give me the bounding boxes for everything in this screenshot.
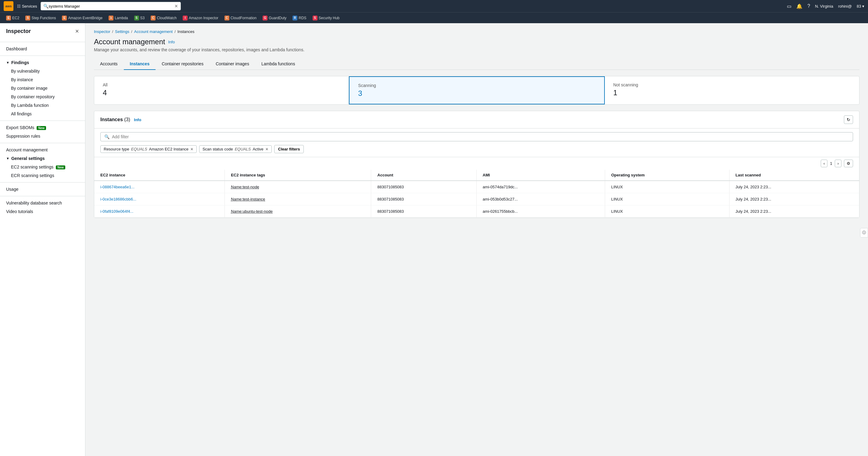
status-card-all-label: All (103, 82, 340, 87)
refresh-button[interactable]: ↻ (844, 115, 853, 124)
next-page-button[interactable]: › (835, 160, 841, 167)
filter-input[interactable] (112, 134, 849, 139)
shortcut-step-functions[interactable]: S Step Functions (23, 15, 58, 22)
account-number[interactable]: 83 ▾ (857, 4, 864, 8)
search-clear-icon[interactable]: ✕ (175, 4, 178, 8)
sidebar-item-usage[interactable]: Usage (0, 185, 85, 194)
cloudformation-icon: C (224, 16, 229, 21)
sidebar-item-video-tutorials[interactable]: Video tutorials (0, 207, 85, 216)
clear-filters-button[interactable]: Clear filters (274, 145, 304, 153)
status-cards: All 4 Scanning 3 Not scanning 1 (94, 76, 860, 105)
shortcut-inspector[interactable]: I Amazon Inspector (180, 15, 221, 22)
page-subtitle: Manage your accounts, and review the cov… (94, 47, 860, 52)
tab-accounts[interactable]: Accounts (94, 58, 124, 70)
status-card-all[interactable]: All 4 (94, 76, 349, 104)
search-input[interactable] (49, 4, 175, 8)
sidebar-item-by-container-image[interactable]: By container image (0, 84, 85, 92)
instance-link-2[interactable]: i-0ce3e18686cbb6... (100, 197, 136, 201)
sidebar-close-button[interactable]: ✕ (75, 28, 79, 34)
table-header-row: EC2 instance EC2 instance tags Account A… (94, 170, 859, 181)
sidebar-item-by-instance[interactable]: By instance (0, 76, 85, 84)
search-bar[interactable]: 🔍 ✕ (40, 2, 181, 10)
bell-icon[interactable]: 🔔 (796, 3, 802, 9)
status-card-not-scanning[interactable]: Not scanning 1 (605, 76, 859, 104)
breadcrumb-account-management[interactable]: Account management (134, 29, 173, 34)
terminal-icon[interactable]: ▭ (787, 3, 792, 9)
sidebar-item-dashboard[interactable]: Dashboard (0, 45, 85, 53)
instance-link-3[interactable]: i-0faf8109e064f4... (100, 209, 133, 213)
shortcut-eventbridge[interactable]: E Amazon EventBridge (60, 15, 105, 22)
sidebar-item-by-lambda-function[interactable]: By Lambda function (0, 101, 85, 110)
sidebar-item-suppression-rules[interactable]: Suppression rules (0, 132, 85, 140)
tab-container-repositories[interactable]: Container repositories (156, 58, 210, 70)
page-info-link[interactable]: Info (168, 40, 175, 44)
shortcut-cloudformation[interactable]: C CloudFormation (222, 15, 259, 22)
inspector-icon: I (183, 16, 188, 21)
eventbridge-icon: E (62, 16, 67, 21)
sidebar-item-all-findings[interactable]: All findings (0, 110, 85, 118)
shortcut-s3[interactable]: S S3 (132, 15, 147, 22)
step-functions-icon: S (25, 16, 30, 21)
services-menu[interactable]: ☷ EC2Services (17, 4, 37, 8)
filter-scan-status-close[interactable]: ✕ (265, 147, 269, 151)
table-title: Instances (3) Info (100, 117, 141, 122)
lambda-icon: λ (108, 16, 114, 21)
sidebar-item-export-sboms[interactable]: Export SBOMs New (0, 123, 85, 132)
region-selector[interactable]: N. Virginia (815, 4, 833, 8)
tag-value-1: Name:test-node (231, 184, 259, 189)
shortcut-rds[interactable]: R RDS (290, 15, 309, 22)
sidebar-item-account-management[interactable]: Account management (0, 146, 85, 154)
column-settings-button[interactable]: ⚙ (844, 160, 853, 167)
page-header: Account management Info Manage your acco… (94, 37, 860, 52)
sidebar-section-findings[interactable]: ▼ Findings (0, 58, 85, 67)
prev-page-button[interactable]: ‹ (821, 160, 828, 167)
cell-account-3: 883071085083 (371, 205, 476, 218)
sidebar-item-by-container-repository[interactable]: By container repository (0, 92, 85, 101)
col-header-account[interactable]: Account (371, 170, 476, 181)
col-header-operating-system[interactable]: Operating system (605, 170, 729, 181)
status-card-scanning[interactable]: Scanning 3 (349, 76, 604, 104)
instances-info-link[interactable]: Info (134, 117, 141, 122)
cell-os-1: LINUX (605, 181, 729, 193)
findings-chevron-icon: ▼ (6, 61, 9, 64)
cell-last-scanned-3: July 24, 2023 2:23... (729, 205, 859, 218)
cell-tags-2: Name:test-instance (225, 193, 371, 205)
shortcut-ec2[interactable]: E EC2 (4, 15, 22, 22)
filter-input-container[interactable]: 🔍 (100, 132, 853, 141)
shortcut-security-hub[interactable]: S Security Hub (310, 15, 342, 22)
instance-link-1[interactable]: i-088674beea6e1... (100, 184, 134, 189)
tab-instances[interactable]: Instances (124, 58, 156, 70)
breadcrumb: Inspector / Settings / Account managemen… (94, 29, 860, 34)
col-header-ec2-instance-tags[interactable]: EC2 instance tags (225, 170, 371, 181)
breadcrumb-settings[interactable]: Settings (115, 29, 129, 34)
status-card-not-scanning-value: 1 (613, 88, 850, 97)
help-icon[interactable]: ? (807, 3, 810, 9)
col-header-last-scanned[interactable]: Last scanned (729, 170, 859, 181)
sidebar-item-ec2-scanning-settings[interactable]: EC2 scanning settings New (0, 163, 85, 171)
tab-container-images[interactable]: Container images (210, 58, 255, 70)
sidebar-section-general-settings[interactable]: ▼ General settings (0, 154, 85, 163)
shortcut-lambda[interactable]: λ Lambda (106, 15, 130, 22)
sidebar-item-vulnerability-database[interactable]: Vulnerability database search (0, 199, 85, 207)
sidebar-header: Inspector ✕ (0, 28, 85, 39)
breadcrumb-inspector[interactable]: Inspector (94, 29, 110, 34)
cell-last-scanned-1: July 24, 2023 2:23... (729, 181, 859, 193)
sidebar-item-ecr-scanning-settings[interactable]: ECR scanning settings (0, 171, 85, 180)
sidebar-title: Inspector (6, 28, 31, 34)
search-icon: 🔍 (43, 4, 49, 8)
aws-logo[interactable]: aws (4, 1, 13, 11)
cloudwatch-icon: C (151, 16, 156, 21)
shortcut-guardduty[interactable]: G GuardDuty (260, 15, 289, 22)
sidebar-item-by-vulnerability[interactable]: By vulnerability (0, 67, 85, 76)
side-info-icon[interactable]: ⓘ (860, 228, 868, 237)
guardduty-icon: G (262, 16, 268, 21)
breadcrumb-current: Instances (178, 29, 194, 34)
filter-resource-type-close[interactable]: ✕ (190, 147, 193, 151)
shortcut-cloudwatch[interactable]: C CloudWatch (148, 15, 179, 22)
col-header-ami[interactable]: AMI (476, 170, 605, 181)
col-header-ec2-instance[interactable]: EC2 instance (94, 170, 225, 181)
tab-lambda-functions[interactable]: Lambda functions (255, 58, 301, 70)
filter-scan-status-value: Active (252, 147, 263, 151)
filter-resource-type-label: Resource type (104, 147, 129, 151)
user-menu[interactable]: rohini@ (838, 4, 852, 8)
